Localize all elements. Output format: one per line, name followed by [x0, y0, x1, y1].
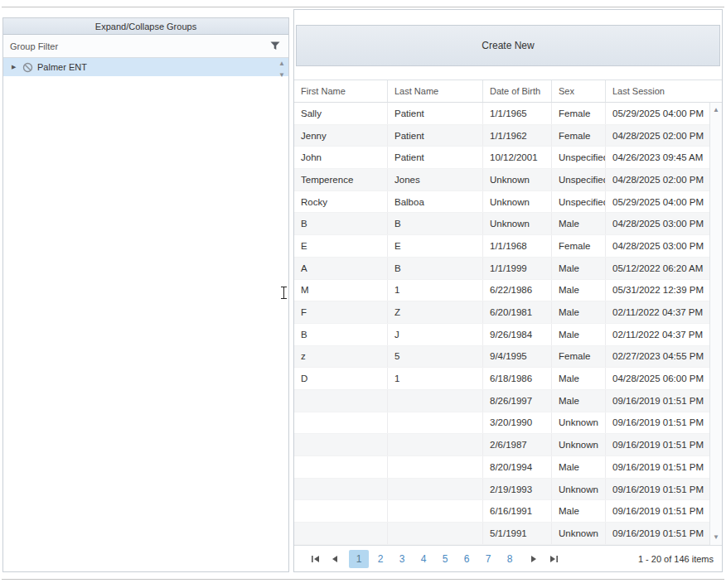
table-row[interactable]: SallyPatient1/1/1965Female05/29/2025 04:… — [294, 103, 709, 125]
filter-funnel-icon[interactable] — [270, 41, 280, 51]
table-cell: 09/16/2019 01:51 PM — [606, 390, 709, 412]
pager-pages: 12345678 — [349, 550, 520, 568]
table-cell — [294, 456, 388, 478]
table-cell: 05/12/2022 06:20 AM — [606, 258, 709, 279]
table-row[interactable]: 6/16/1991Male09/16/2019 01:51 PM — [294, 500, 709, 523]
table-cell: 5 — [388, 346, 483, 368]
patient-table-body: SallyPatient1/1/1965Female05/29/2025 04:… — [294, 103, 709, 545]
table-row[interactable]: 2/19/1993Unknown09/16/2019 01:51 PM — [294, 479, 709, 501]
table-cell: Balboa — [388, 191, 483, 213]
table-row[interactable]: 3/20/1990Unknown09/16/2019 01:51 PM — [294, 412, 709, 435]
table-cell: B — [294, 213, 388, 234]
pager-page-3[interactable]: 3 — [392, 550, 412, 568]
expand-collapse-groups-button[interactable]: Expand/Collapse Groups — [3, 18, 288, 35]
patient-manager-window: Expand/Collapse Groups Group Filter ▶ Pa… — [2, 7, 724, 580]
scroll-up-icon[interactable]: ▲ — [278, 60, 285, 68]
table-cell: 04/26/2023 09:45 AM — [606, 147, 709, 168]
table-cell: B — [294, 324, 388, 345]
table-cell: Unknown — [552, 523, 606, 544]
table-cell — [388, 412, 483, 434]
pager-page-6[interactable]: 6 — [457, 550, 477, 568]
table-row[interactable]: M16/22/1986Male05/31/2022 12:39 PM — [294, 280, 709, 302]
table-row[interactable]: z59/4/1995Female02/27/2023 04:55 PM — [294, 346, 709, 369]
pager-page-7[interactable]: 7 — [478, 550, 498, 568]
table-cell: 04/28/2025 03:00 PM — [606, 235, 709, 257]
table-row[interactable]: BJ9/26/1984Male02/11/2022 04:37 PM — [294, 324, 709, 346]
grid-scrollbar[interactable]: ▲ ▼ — [709, 103, 722, 545]
scroll-up-icon[interactable]: ▲ — [713, 106, 719, 114]
table-cell: 09/16/2019 01:51 PM — [606, 456, 709, 478]
text-cursor — [283, 287, 284, 299]
pager-page-2[interactable]: 2 — [370, 550, 390, 568]
table-row[interactable]: JennyPatient1/1/1962Female04/28/2025 02:… — [294, 125, 709, 147]
patient-grid-header: First NameLast NameDate of BirthSexLast … — [294, 80, 722, 103]
table-row[interactable]: 8/20/1994Male09/16/2019 01:51 PM — [294, 456, 709, 479]
table-row[interactable]: 8/26/1997Male09/16/2019 01:51 PM — [294, 390, 709, 412]
pager-next-button[interactable] — [525, 550, 543, 568]
pager-prev-button[interactable] — [326, 550, 344, 568]
table-row[interactable]: AB1/1/1999Male05/12/2022 06:20 AM — [294, 258, 709, 280]
table-cell — [294, 434, 388, 455]
expand-arrow-icon[interactable]: ▶ — [12, 64, 18, 70]
table-cell: 8/20/1994 — [483, 456, 552, 478]
column-header-sex[interactable]: Sex — [552, 80, 606, 102]
table-row[interactable]: JohnPatient10/12/2001Unspecified04/26/20… — [294, 147, 709, 169]
table-cell: Unknown — [552, 434, 606, 455]
table-cell: 6/20/1981 — [483, 301, 552, 323]
table-cell: Temperence — [294, 169, 388, 190]
table-cell: 6/22/1986 — [483, 280, 552, 301]
table-row[interactable]: TemperenceJonesUnknownUnspecified04/28/2… — [294, 169, 709, 191]
table-row[interactable]: D16/18/1986Male04/28/2025 06:00 PM — [294, 368, 709, 390]
table-row[interactable]: 2/6/1987Unknown09/16/2019 01:51 PM — [294, 434, 709, 456]
table-cell: Unspecified — [552, 147, 606, 168]
table-cell: Jones — [388, 169, 483, 190]
table-row[interactable]: BBUnknownMale04/28/2025 03:00 PM — [294, 213, 709, 235]
pager-page-5[interactable]: 5 — [435, 550, 455, 568]
table-cell: Patient — [388, 147, 483, 168]
table-cell: Unknown — [552, 412, 606, 434]
pager-page-8[interactable]: 8 — [500, 550, 520, 568]
table-row[interactable]: FZ6/20/1981Male02/11/2022 04:37 PM — [294, 301, 709, 324]
tree-scrollbar[interactable]: ▲ ▼ — [276, 58, 288, 91]
pager-page-4[interactable]: 4 — [414, 550, 433, 568]
table-cell: 1/1/1999 — [483, 258, 552, 279]
table-cell: 1/1/1965 — [483, 103, 552, 124]
table-cell: Male — [552, 368, 606, 389]
table-cell — [388, 390, 483, 412]
tree-item-label: Palmer ENT — [37, 62, 87, 72]
table-cell: Male — [552, 324, 606, 345]
table-cell: 1/1/1962 — [483, 125, 552, 147]
table-cell: E — [388, 235, 483, 257]
table-cell: Rocky — [294, 191, 388, 213]
column-header-last-session[interactable]: Last Session — [606, 80, 709, 102]
group-icon — [22, 62, 33, 73]
table-cell — [388, 479, 483, 500]
table-cell: 8/26/1997 — [483, 390, 552, 412]
table-cell: 5/1/1991 — [483, 523, 552, 544]
table-cell — [388, 523, 483, 544]
table-cell: Unspecified — [552, 191, 606, 213]
pager-page-1[interactable]: 1 — [349, 550, 369, 568]
table-cell: Patient — [388, 125, 483, 147]
table-cell: 05/29/2025 04:00 PM — [606, 191, 709, 213]
table-cell: Patient — [388, 103, 483, 124]
table-row[interactable]: 5/1/1991Unknown09/16/2019 01:51 PM — [294, 523, 709, 545]
table-cell: 09/16/2019 01:51 PM — [606, 523, 709, 544]
table-cell — [294, 479, 388, 500]
create-new-button[interactable]: Create New — [296, 25, 720, 66]
table-cell: Unknown — [483, 191, 552, 213]
column-header-last-name[interactable]: Last Name — [388, 80, 483, 102]
pager-first-button[interactable] — [306, 550, 324, 568]
table-cell: Sally — [294, 103, 388, 124]
table-row[interactable]: EE1/1/1968Female04/28/2025 03:00 PM — [294, 235, 709, 258]
table-cell — [294, 412, 388, 434]
column-header-date-of-birth[interactable]: Date of Birth — [483, 80, 552, 102]
tree-item-palmer-ent[interactable]: ▶ Palmer ENT — [3, 58, 288, 76]
column-header-first-name[interactable]: First Name — [294, 80, 388, 102]
table-cell: Unknown — [483, 169, 552, 190]
group-filter-row[interactable]: Group Filter — [3, 35, 288, 58]
table-row[interactable]: RockyBalboaUnknownUnspecified05/29/2025 … — [294, 191, 709, 214]
scroll-down-icon[interactable]: ▼ — [278, 71, 285, 80]
pager-last-button[interactable] — [544, 550, 563, 568]
scroll-down-icon[interactable]: ▼ — [713, 533, 719, 542]
